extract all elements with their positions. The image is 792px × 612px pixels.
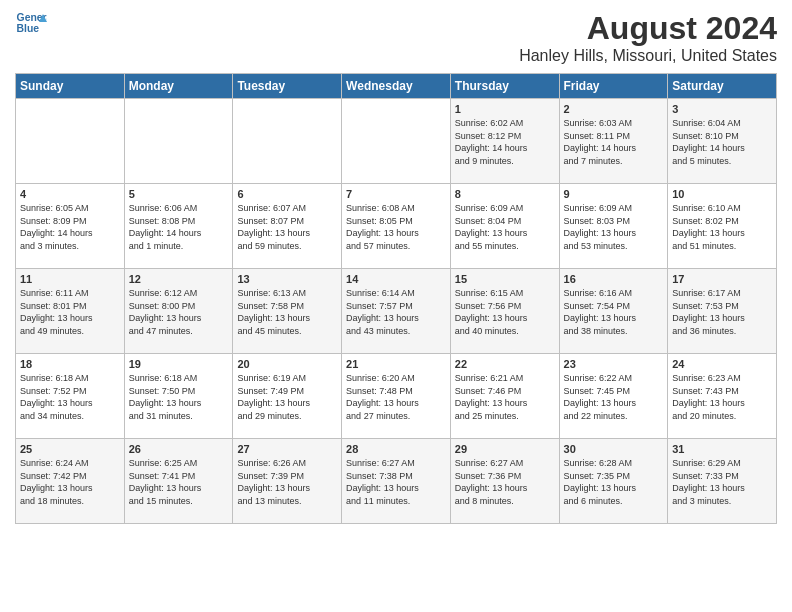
calendar-title: August 2024 <box>519 10 777 47</box>
calendar-cell: 22Sunrise: 6:21 AM Sunset: 7:46 PM Dayli… <box>450 354 559 439</box>
day-info: Sunrise: 6:11 AM Sunset: 8:01 PM Dayligh… <box>20 287 120 337</box>
day-number: 17 <box>672 273 772 285</box>
day-number: 28 <box>346 443 446 455</box>
calendar-cell: 18Sunrise: 6:18 AM Sunset: 7:52 PM Dayli… <box>16 354 125 439</box>
calendar-cell: 30Sunrise: 6:28 AM Sunset: 7:35 PM Dayli… <box>559 439 668 524</box>
day-number: 6 <box>237 188 337 200</box>
calendar-table: SundayMondayTuesdayWednesdayThursdayFrid… <box>15 73 777 524</box>
day-number: 25 <box>20 443 120 455</box>
calendar-cell: 8Sunrise: 6:09 AM Sunset: 8:04 PM Daylig… <box>450 184 559 269</box>
day-number: 22 <box>455 358 555 370</box>
day-info: Sunrise: 6:19 AM Sunset: 7:49 PM Dayligh… <box>237 372 337 422</box>
day-number: 21 <box>346 358 446 370</box>
column-header-thursday: Thursday <box>450 74 559 99</box>
day-number: 4 <box>20 188 120 200</box>
calendar-cell: 24Sunrise: 6:23 AM Sunset: 7:43 PM Dayli… <box>668 354 777 439</box>
calendar-cell: 5Sunrise: 6:06 AM Sunset: 8:08 PM Daylig… <box>124 184 233 269</box>
day-number: 29 <box>455 443 555 455</box>
calendar-cell: 2Sunrise: 6:03 AM Sunset: 8:11 PM Daylig… <box>559 99 668 184</box>
day-info: Sunrise: 6:29 AM Sunset: 7:33 PM Dayligh… <box>672 457 772 507</box>
day-number: 11 <box>20 273 120 285</box>
calendar-cell: 25Sunrise: 6:24 AM Sunset: 7:42 PM Dayli… <box>16 439 125 524</box>
day-info: Sunrise: 6:27 AM Sunset: 7:36 PM Dayligh… <box>455 457 555 507</box>
calendar-cell: 19Sunrise: 6:18 AM Sunset: 7:50 PM Dayli… <box>124 354 233 439</box>
day-number: 27 <box>237 443 337 455</box>
day-info: Sunrise: 6:02 AM Sunset: 8:12 PM Dayligh… <box>455 117 555 167</box>
day-info: Sunrise: 6:14 AM Sunset: 7:57 PM Dayligh… <box>346 287 446 337</box>
day-number: 13 <box>237 273 337 285</box>
day-info: Sunrise: 6:07 AM Sunset: 8:07 PM Dayligh… <box>237 202 337 252</box>
calendar-cell: 17Sunrise: 6:17 AM Sunset: 7:53 PM Dayli… <box>668 269 777 354</box>
column-header-friday: Friday <box>559 74 668 99</box>
day-info: Sunrise: 6:27 AM Sunset: 7:38 PM Dayligh… <box>346 457 446 507</box>
day-number: 19 <box>129 358 229 370</box>
column-header-tuesday: Tuesday <box>233 74 342 99</box>
day-number: 12 <box>129 273 229 285</box>
calendar-cell: 10Sunrise: 6:10 AM Sunset: 8:02 PM Dayli… <box>668 184 777 269</box>
day-info: Sunrise: 6:10 AM Sunset: 8:02 PM Dayligh… <box>672 202 772 252</box>
day-number: 8 <box>455 188 555 200</box>
day-info: Sunrise: 6:03 AM Sunset: 8:11 PM Dayligh… <box>564 117 664 167</box>
calendar-cell <box>233 99 342 184</box>
column-header-sunday: Sunday <box>16 74 125 99</box>
day-info: Sunrise: 6:09 AM Sunset: 8:04 PM Dayligh… <box>455 202 555 252</box>
calendar-cell: 13Sunrise: 6:13 AM Sunset: 7:58 PM Dayli… <box>233 269 342 354</box>
calendar-cell: 3Sunrise: 6:04 AM Sunset: 8:10 PM Daylig… <box>668 99 777 184</box>
calendar-cell <box>342 99 451 184</box>
calendar-subtitle: Hanley Hills, Missouri, United States <box>519 47 777 65</box>
calendar-cell: 9Sunrise: 6:09 AM Sunset: 8:03 PM Daylig… <box>559 184 668 269</box>
day-number: 18 <box>20 358 120 370</box>
day-info: Sunrise: 6:24 AM Sunset: 7:42 PM Dayligh… <box>20 457 120 507</box>
calendar-cell: 15Sunrise: 6:15 AM Sunset: 7:56 PM Dayli… <box>450 269 559 354</box>
calendar-cell: 6Sunrise: 6:07 AM Sunset: 8:07 PM Daylig… <box>233 184 342 269</box>
svg-text:Blue: Blue <box>17 23 40 34</box>
calendar-cell: 28Sunrise: 6:27 AM Sunset: 7:38 PM Dayli… <box>342 439 451 524</box>
day-info: Sunrise: 6:26 AM Sunset: 7:39 PM Dayligh… <box>237 457 337 507</box>
day-info: Sunrise: 6:25 AM Sunset: 7:41 PM Dayligh… <box>129 457 229 507</box>
day-info: Sunrise: 6:28 AM Sunset: 7:35 PM Dayligh… <box>564 457 664 507</box>
calendar-cell: 27Sunrise: 6:26 AM Sunset: 7:39 PM Dayli… <box>233 439 342 524</box>
logo: General Blue <box>15 10 47 38</box>
calendar-cell: 7Sunrise: 6:08 AM Sunset: 8:05 PM Daylig… <box>342 184 451 269</box>
day-number: 24 <box>672 358 772 370</box>
day-number: 30 <box>564 443 664 455</box>
day-number: 31 <box>672 443 772 455</box>
calendar-cell: 4Sunrise: 6:05 AM Sunset: 8:09 PM Daylig… <box>16 184 125 269</box>
day-info: Sunrise: 6:22 AM Sunset: 7:45 PM Dayligh… <box>564 372 664 422</box>
calendar-cell <box>124 99 233 184</box>
calendar-cell: 12Sunrise: 6:12 AM Sunset: 8:00 PM Dayli… <box>124 269 233 354</box>
calendar-cell: 11Sunrise: 6:11 AM Sunset: 8:01 PM Dayli… <box>16 269 125 354</box>
day-number: 15 <box>455 273 555 285</box>
day-info: Sunrise: 6:12 AM Sunset: 8:00 PM Dayligh… <box>129 287 229 337</box>
day-info: Sunrise: 6:09 AM Sunset: 8:03 PM Dayligh… <box>564 202 664 252</box>
calendar-cell: 1Sunrise: 6:02 AM Sunset: 8:12 PM Daylig… <box>450 99 559 184</box>
calendar-cell: 23Sunrise: 6:22 AM Sunset: 7:45 PM Dayli… <box>559 354 668 439</box>
day-info: Sunrise: 6:23 AM Sunset: 7:43 PM Dayligh… <box>672 372 772 422</box>
day-info: Sunrise: 6:18 AM Sunset: 7:50 PM Dayligh… <box>129 372 229 422</box>
day-number: 2 <box>564 103 664 115</box>
calendar-cell: 26Sunrise: 6:25 AM Sunset: 7:41 PM Dayli… <box>124 439 233 524</box>
day-number: 9 <box>564 188 664 200</box>
day-info: Sunrise: 6:06 AM Sunset: 8:08 PM Dayligh… <box>129 202 229 252</box>
day-info: Sunrise: 6:20 AM Sunset: 7:48 PM Dayligh… <box>346 372 446 422</box>
title-block: August 2024 Hanley Hills, Missouri, Unit… <box>519 10 777 65</box>
day-info: Sunrise: 6:08 AM Sunset: 8:05 PM Dayligh… <box>346 202 446 252</box>
logo-icon: General Blue <box>15 10 47 38</box>
day-number: 3 <box>672 103 772 115</box>
day-number: 16 <box>564 273 664 285</box>
column-header-saturday: Saturday <box>668 74 777 99</box>
day-info: Sunrise: 6:16 AM Sunset: 7:54 PM Dayligh… <box>564 287 664 337</box>
day-number: 23 <box>564 358 664 370</box>
day-info: Sunrise: 6:05 AM Sunset: 8:09 PM Dayligh… <box>20 202 120 252</box>
day-number: 26 <box>129 443 229 455</box>
day-info: Sunrise: 6:04 AM Sunset: 8:10 PM Dayligh… <box>672 117 772 167</box>
day-info: Sunrise: 6:21 AM Sunset: 7:46 PM Dayligh… <box>455 372 555 422</box>
calendar-cell: 21Sunrise: 6:20 AM Sunset: 7:48 PM Dayli… <box>342 354 451 439</box>
day-info: Sunrise: 6:15 AM Sunset: 7:56 PM Dayligh… <box>455 287 555 337</box>
day-number: 7 <box>346 188 446 200</box>
calendar-cell: 16Sunrise: 6:16 AM Sunset: 7:54 PM Dayli… <box>559 269 668 354</box>
column-header-monday: Monday <box>124 74 233 99</box>
day-info: Sunrise: 6:17 AM Sunset: 7:53 PM Dayligh… <box>672 287 772 337</box>
page-header: General Blue August 2024 Hanley Hills, M… <box>15 10 777 65</box>
day-number: 10 <box>672 188 772 200</box>
